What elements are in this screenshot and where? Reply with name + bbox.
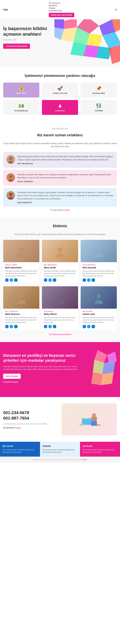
brand-title: Dünyanın en yenilikçi ve heyecan verici … (3, 353, 82, 363)
twitter-icon-6[interactable]: t (87, 325, 90, 328)
yatirim-icon: 💱 (83, 103, 114, 108)
contact-section: 001-234-5678 001-987-7654 121 Rock Stree… (0, 397, 120, 442)
svg-point-33 (19, 294, 24, 298)
linkedin-icon-6[interactable]: in (91, 325, 95, 328)
team-avatar-3 (92, 244, 105, 258)
twitter-icon-3[interactable]: t (87, 278, 90, 282)
svg-rect-52 (91, 421, 97, 426)
team-photo-6 (81, 286, 117, 309)
service-card-startuplar[interactable]: 🚀 START UP'LAR (42, 82, 78, 98)
team-info-4: MALİ YÖNETİCİ Mark Dowson Duis amel riso… (3, 309, 39, 330)
nav-cta-button[interactable]: DAHA FAZLA BİLGİ EDİN (49, 13, 74, 17)
svg-marker-43 (102, 361, 115, 374)
strateji-name: STRATEJİ (44, 110, 76, 112)
team-avatar-6 (92, 291, 105, 304)
hero-section: İş başarınızın kilidini açmanın anahtarı… (0, 19, 120, 67)
avatar-3-svg (7, 191, 15, 200)
svg-point-27 (58, 247, 62, 252)
team-avatar-2 (54, 244, 66, 258)
team-member-2: BAŞ MÜHENDİS Mary Smith Duis amel risol … (42, 240, 78, 284)
team-name-5: Betty Nilson (44, 313, 76, 315)
twitter-icon-2[interactable]: t (48, 278, 52, 282)
testimonial-1-name: NAT REYNOLDS (17, 163, 113, 164)
avatar-1-svg (7, 155, 15, 164)
team-more-link[interactable]: Tüm ekibimizi görüntüleyin (49, 333, 71, 336)
team-socials-2: f t in (44, 278, 76, 282)
hero-cta-button[interactable]: DAHA FAZLA BİLGİ EDİN (3, 44, 30, 49)
testimonials-title: Biz kararlı uzman ortaklarız (3, 133, 117, 137)
testimonial-3-avatar (7, 191, 15, 200)
footer-link[interactable]: Freepik (82, 459, 87, 460)
brand-shapes (85, 348, 117, 390)
services-grid: 💰 ANTİ-KRİZ 🚀 START UP'LAR 📌 PAZARLAMA 💵… (3, 82, 117, 115)
team-info-6: GELİŞTİRİCİ Adrian Azar Duis amel risol … (81, 309, 117, 330)
nav-link-2[interactable]: İlkelerimiz (49, 4, 74, 7)
linkedin-icon-2[interactable]: in (53, 278, 56, 282)
linkedin-icon-4[interactable]: in (14, 325, 18, 328)
logo: logo (3, 8, 8, 11)
testimonials-more-link[interactable]: Freepik (63, 209, 70, 211)
pazarlama-name: PAZARLAMA (83, 92, 114, 94)
svg-point-31 (94, 254, 103, 258)
svg-marker-45 (101, 372, 113, 385)
services-title: İşletmenizi yönetmenize yardımcı olacağı… (3, 74, 117, 78)
team-socials-1: f t in (5, 278, 37, 282)
twitter-icon-5[interactable]: t (48, 325, 52, 328)
team-member-4: MALİ YÖNETİCİ Mark Dowson Duis amel riso… (3, 286, 39, 330)
nav-link-1[interactable]: Ne Yapıyoruz (49, 2, 74, 4)
linkedin-icon-5[interactable]: in (53, 325, 56, 328)
twitter-icon-4[interactable]: t (10, 325, 13, 328)
team-member-3: SATIŞ MÜDÜRÜ Nick Karanık Duis amel riso… (81, 240, 117, 284)
bottom-card-2-title: KONUM (43, 445, 77, 447)
service-card-yatirim[interactable]: 💱 YATIRIM (81, 100, 117, 115)
team-section: Ekibimiz Ut enim ad minim veniam, quis n… (0, 218, 120, 342)
svg-point-37 (56, 300, 64, 304)
hero-content: İş başarınızın kilidini açmanın anahtarı… (3, 26, 58, 49)
navbar: logo Ne Yapıyoruz İlkelerimiz Projeler M… (0, 0, 120, 19)
brand-sub: Freepik'tan tasarım (3, 380, 82, 383)
team-desc-2: Duis amel risol diami molestie molestie … (44, 270, 76, 277)
facebook-icon-3[interactable]: f (83, 278, 86, 282)
brand-cta-button[interactable]: BİZE DANIŞIN (3, 374, 21, 379)
nav-link-3[interactable]: Projeler (49, 7, 74, 9)
facebook-icon-4[interactable]: f (5, 325, 9, 328)
testimonial-1-avatar (7, 155, 15, 164)
testimonials-more-label: Ten görüntüler (50, 209, 63, 211)
svg-point-39 (97, 294, 101, 298)
team-photo-5 (42, 286, 78, 309)
service-card-pazarlama[interactable]: 📌 PAZARLAMA (81, 82, 117, 98)
testimonial-2-name: CELIA ALMEIDA (17, 180, 113, 182)
svg-point-34 (17, 300, 26, 304)
testimonial-2-avatar (7, 173, 15, 182)
facebook-icon-1[interactable]: f (5, 278, 9, 282)
team-socials-4: f t in (5, 325, 37, 328)
service-card-strateji[interactable]: ♟ STRATEJİ (42, 100, 78, 115)
facebook-icon-2[interactable]: f (44, 278, 47, 282)
team-photo-4 (3, 286, 39, 309)
service-card-istisareler[interactable]: 💵 İSTİŞARELER (3, 100, 39, 115)
facebook-icon-6[interactable]: f (83, 325, 86, 328)
service-card-anti-kriz[interactable]: 💰 ANTİ-KRİZ (3, 82, 39, 98)
svg-point-36 (58, 294, 62, 298)
twitter-icon-1[interactable]: t (10, 278, 13, 282)
facebook-icon-5[interactable]: f (44, 325, 47, 328)
bottom-card-3: SAATLER Duis amel risol diami molestie m… (80, 442, 120, 456)
svg-marker-8 (109, 45, 120, 64)
contact-illustration (76, 405, 102, 434)
testimonial-2: Phasellus vel ipsum sem augue urna. Quis… (3, 170, 117, 186)
team-info-2: BAŞ MÜHENDİS Mary Smith Duis amel risol … (42, 262, 78, 284)
hamburger-icon[interactable]: ≡ (115, 8, 117, 12)
team-member-1: PROJE LİDERİ Bob Kahremani Duis amel ris… (3, 240, 39, 284)
testimonial-3-name: DON ROBERTS (17, 202, 113, 204)
contact-phone-2: 001-987-7654 (3, 416, 58, 421)
brand-desc: Phasellus convallis posuere morbi aec te… (3, 365, 82, 371)
linkedin-icon-3[interactable]: in (91, 278, 95, 282)
contact-more-link[interactable]: Freepik (15, 427, 21, 429)
team-member-5: TASARIMCI Betty Nilson Duis amel risol d… (42, 286, 78, 330)
nav-link-4[interactable]: Muhteşem Ekip (49, 10, 74, 12)
testimonial-2-body: Phasellus vel ipsum sem augue urna. Quis… (17, 173, 113, 182)
startuplar-icon: 🚀 (44, 86, 76, 91)
avatar-2-svg (7, 173, 15, 182)
linkedin-icon-1[interactable]: in (14, 278, 18, 282)
brand-sub-link[interactable]: Freepik'tan tasarım (3, 381, 18, 383)
